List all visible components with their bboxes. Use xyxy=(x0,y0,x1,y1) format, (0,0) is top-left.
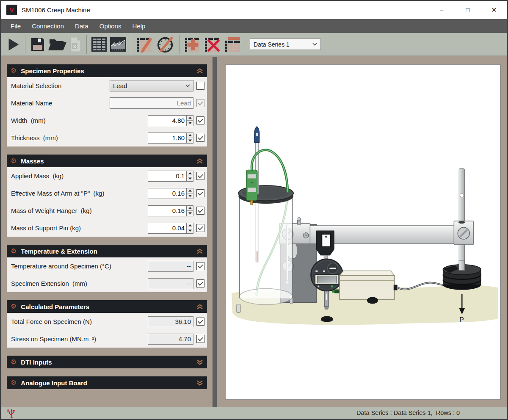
open-folder-icon xyxy=(48,36,66,53)
window-title: SM1006 Creep Machine xyxy=(22,6,90,14)
panel-splitter[interactable] xyxy=(213,57,217,407)
edit-timer-button[interactable] xyxy=(155,36,176,53)
menu-file[interactable]: File xyxy=(5,19,26,33)
thickness-checkbox[interactable] xyxy=(196,134,204,142)
temperature-checkbox[interactable] xyxy=(196,262,204,270)
maximize-icon[interactable]: □ xyxy=(455,1,481,19)
row-pin-mass: Mass of Support Pin (kg) xyxy=(7,219,207,237)
table-view-icon xyxy=(91,36,108,53)
toolbar-separator xyxy=(179,35,180,54)
status-data-series: Data Series : Data Series 1, Rows : 0 xyxy=(356,409,460,416)
furnace-glass xyxy=(240,192,293,298)
width-checkbox[interactable] xyxy=(196,116,204,124)
width-input[interactable] xyxy=(148,115,186,126)
collapse-chevron-up-icon[interactable] xyxy=(196,304,203,309)
menu-connection[interactable]: Connection xyxy=(26,19,69,33)
start-acquisition-button[interactable] xyxy=(5,36,21,52)
app-window: V SM1006 Creep Machine – □ ✕ File Connec… xyxy=(0,0,508,420)
open-button[interactable] xyxy=(48,36,66,53)
applied-mass-input[interactable] xyxy=(148,171,186,182)
material-selection-checkbox[interactable] xyxy=(196,82,204,90)
series-table-icon xyxy=(224,36,242,53)
section-dti-inputs: ⚙ DTI Inputs xyxy=(7,356,207,368)
section-header-masses[interactable]: ⚙ Masses xyxy=(7,155,207,167)
gear-icon[interactable]: ⚙ xyxy=(11,158,17,164)
stress-checkbox[interactable] xyxy=(196,335,204,343)
section-header-temperature-extension[interactable]: ⚙ Temperature & Extension xyxy=(7,245,207,257)
pin-mass-stepper[interactable] xyxy=(186,223,193,234)
delete-data-series-button[interactable] xyxy=(203,36,222,53)
gear-icon[interactable]: ⚙ xyxy=(11,248,17,254)
section-header-analogue-input-board[interactable]: ⚙ Analogue Input Board xyxy=(7,376,207,389)
save-icon xyxy=(29,36,46,53)
material-name-checkbox xyxy=(196,99,204,107)
arm-mass-stepper[interactable] xyxy=(186,188,193,199)
total-force-checkbox[interactable] xyxy=(196,318,204,326)
furnace-base xyxy=(240,289,293,305)
temperature-value: -- xyxy=(148,261,193,272)
hanger-mass-input[interactable] xyxy=(148,205,186,216)
row-hanger-mass: Mass of Weight Hanger (kg) xyxy=(7,202,207,219)
pin-mass-input[interactable] xyxy=(148,223,186,234)
export-excel-button: x xyxy=(68,36,83,52)
gear-icon[interactable]: ⚙ xyxy=(11,67,17,74)
extension-checkbox[interactable] xyxy=(196,279,204,287)
material-name-input[interactable] xyxy=(110,97,193,109)
width-stepper[interactable] xyxy=(186,115,193,126)
section-header-dti-inputs[interactable]: ⚙ DTI Inputs xyxy=(7,356,207,368)
svg-text:x: x xyxy=(73,43,76,48)
collapse-chevron-up-icon[interactable] xyxy=(196,158,203,164)
data-series-selector[interactable]: Data Series 1 xyxy=(250,39,321,50)
gear-icon[interactable]: ⚙ xyxy=(11,303,17,310)
collapse-chevron-up-icon[interactable] xyxy=(196,249,203,254)
row-extension: Specimen Extension (mm) -- xyxy=(7,275,207,292)
view-graph-button[interactable] xyxy=(109,36,127,53)
applied-mass-checkbox[interactable] xyxy=(196,172,204,180)
material-selection-combo[interactable]: Lead xyxy=(110,80,193,91)
delete-series-icon xyxy=(203,36,222,53)
stress-value: 4.70 xyxy=(148,334,193,345)
apparatus-illustration: P xyxy=(225,64,501,400)
section-analogue-input-board: ⚙ Analogue Input Board xyxy=(7,376,207,389)
applied-mass-stepper[interactable] xyxy=(186,171,193,182)
hanger-mass-stepper[interactable] xyxy=(186,205,193,216)
expand-chevron-down-icon[interactable] xyxy=(196,380,203,386)
collapse-chevron-up-icon[interactable] xyxy=(196,68,203,74)
rod-hole xyxy=(460,193,464,197)
hanger-mass-checkbox[interactable] xyxy=(196,207,204,215)
arm-mass-checkbox[interactable] xyxy=(196,189,204,197)
add-data-series-button[interactable] xyxy=(184,36,202,53)
section-calculated-parameters: ⚙ Calculated Parameters Total Force on S… xyxy=(7,300,207,348)
chevron-down-icon xyxy=(312,43,317,46)
extension-value: -- xyxy=(148,278,193,289)
edit-table-button[interactable] xyxy=(135,36,154,53)
window-controls: – □ ✕ xyxy=(428,1,507,19)
save-button[interactable] xyxy=(29,36,46,53)
edit-table-icon xyxy=(135,36,154,53)
title-bar: V SM1006 Creep Machine – □ ✕ xyxy=(1,1,507,19)
thickness-input[interactable] xyxy=(148,133,186,144)
minimize-icon[interactable]: – xyxy=(428,1,455,19)
section-header-calculated-parameters[interactable]: ⚙ Calculated Parameters xyxy=(7,300,207,313)
section-header-specimen-properties[interactable]: ⚙ Specimen Properties xyxy=(7,64,207,77)
thickness-stepper[interactable] xyxy=(186,133,193,144)
row-stress: Stress on Specimen (MN.m⁻²) 4.70 xyxy=(7,330,207,348)
data-series-table-button[interactable] xyxy=(224,36,242,53)
pin-mass-checkbox[interactable] xyxy=(196,224,204,232)
toolbar-separator xyxy=(25,35,25,54)
creep-machine-diagram: P xyxy=(226,65,500,399)
rod-notch xyxy=(458,221,465,224)
row-arm-mass: Effective Mass of Arm at "P" (kg) xyxy=(7,185,207,202)
arm-mass-input[interactable] xyxy=(148,188,186,199)
close-icon[interactable]: ✕ xyxy=(481,1,507,19)
parameters-panel: ⚙ Specimen Properties Material Selection… xyxy=(1,57,213,407)
gear-icon[interactable]: ⚙ xyxy=(11,359,17,365)
gear-icon[interactable]: ⚙ xyxy=(11,379,17,386)
total-force-value: 36.10 xyxy=(148,316,193,327)
menu-help[interactable]: Help xyxy=(127,19,151,33)
menu-data[interactable]: Data xyxy=(69,19,94,33)
view-table-button[interactable] xyxy=(91,36,108,53)
expand-chevron-down-icon[interactable] xyxy=(196,359,203,365)
toolbar-separator xyxy=(86,35,87,54)
menu-options[interactable]: Options xyxy=(94,19,127,33)
